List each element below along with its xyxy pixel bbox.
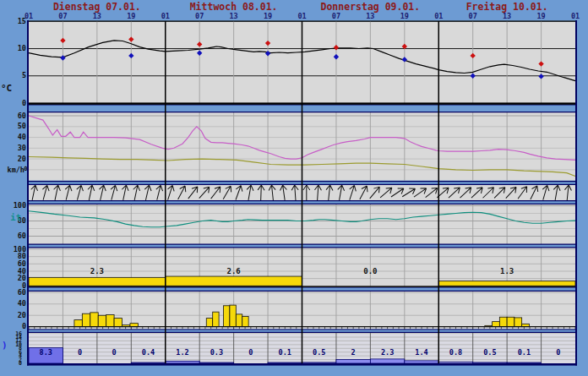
precip-cell-value: 0 xyxy=(248,348,253,357)
plot-right-border xyxy=(575,20,577,366)
precip-cell-fill xyxy=(131,362,165,363)
histogram-bar xyxy=(74,320,82,327)
precip-cell-fill xyxy=(473,362,507,363)
axis-tick-label: 30 xyxy=(18,144,26,152)
day-label: Mittwoch 08.01. xyxy=(190,1,278,13)
histogram-bar xyxy=(507,317,514,326)
axis-tick-label: 5 xyxy=(22,71,26,79)
precip-cell-fill xyxy=(370,359,404,363)
time-tick-label: 19 xyxy=(127,12,135,20)
meteogram-chart: 2.32.60.01.38.3000.41.20.300.10.522.31.4… xyxy=(0,0,588,376)
axis-tick-label: 60 xyxy=(18,288,26,297)
precip-axis-label: ) xyxy=(2,340,8,351)
sunshine-value-label: 2.6 xyxy=(226,267,240,275)
axis-tick-label: 10 xyxy=(18,44,26,52)
axis-tick-label: 60 xyxy=(18,259,26,268)
axis-tick-label: 60 xyxy=(18,112,26,120)
time-tick-label: 13 xyxy=(366,12,374,20)
histogram-bar xyxy=(230,305,236,327)
histogram-bar xyxy=(114,319,122,327)
precip-cell-value: 8.3 xyxy=(40,348,52,357)
plot-bottom-border xyxy=(27,363,577,366)
axis-tick-label: 20 xyxy=(18,311,26,319)
axis-tick-label: 100 xyxy=(14,245,26,253)
day-label: Dienstag 07.01. xyxy=(53,1,141,13)
precip-cell-value: 1.4 xyxy=(415,348,427,357)
axis-tick-label: 40 xyxy=(18,267,26,275)
sunshine-value-label: 0.0 xyxy=(363,267,377,275)
plot-left-border xyxy=(27,20,29,366)
time-tick-label: 07 xyxy=(58,12,67,20)
axis-tick-label: 40 xyxy=(18,133,26,141)
day-label: Donnerstag 09.01. xyxy=(321,1,421,13)
time-tick-label: 01 xyxy=(434,12,443,20)
histogram-bar xyxy=(499,317,507,326)
precip-cell-value: 0.4 xyxy=(142,348,155,357)
precip-cell-fill xyxy=(199,362,233,363)
time-tick-label: 19 xyxy=(400,12,409,20)
axis-tick-label: 80 xyxy=(18,252,26,260)
precip-cell-value: 0 xyxy=(556,348,560,357)
time-tick-label: 13 xyxy=(503,12,511,20)
sunshine-bar xyxy=(29,277,166,286)
time-tick-label: 19 xyxy=(536,12,545,20)
time-tick-label: 13 xyxy=(93,12,101,20)
time-tick-label: 01 xyxy=(297,12,306,20)
precip-cell-value: 0.3 xyxy=(210,348,223,357)
histogram-bar xyxy=(82,313,90,326)
histogram-bar xyxy=(514,318,522,327)
axis-tick-label: 100 xyxy=(14,201,26,210)
precip-cell-fill xyxy=(405,361,438,363)
sunshine-value-label: 1.3 xyxy=(500,267,514,275)
wind-unit-label: km/h xyxy=(8,166,24,174)
precip-cell-value: 1.2 xyxy=(176,348,188,357)
precip-cell-fill xyxy=(438,362,472,363)
precip-cell-fill xyxy=(302,362,336,363)
meteogram-svg: 2.32.60.01.38.3000.41.20.300.10.522.31.4… xyxy=(0,0,588,376)
histogram-bar xyxy=(213,312,219,327)
temperature-unit-label: °C xyxy=(1,83,12,94)
precip-cell-value: 0.1 xyxy=(518,348,531,357)
histogram-bar xyxy=(242,317,248,327)
histogram-bar xyxy=(236,314,242,327)
humidity-axis-label: it xyxy=(10,212,21,222)
precip-cell-value: 0.8 xyxy=(449,348,462,357)
axis-tick-label: 16 xyxy=(15,330,22,337)
axis-tick-label: 50 xyxy=(18,122,26,130)
precip-cell-value: 2 xyxy=(351,348,356,357)
precip-cell-value: 0 xyxy=(112,348,117,357)
histogram-bar xyxy=(206,319,212,327)
precip-cell-fill xyxy=(166,361,199,363)
axis-tick-label: 15 xyxy=(18,17,26,25)
precip-cell-value: 0.5 xyxy=(313,348,325,357)
axis-tick-label: 0 xyxy=(22,322,26,330)
sunshine-bar xyxy=(438,281,575,286)
precip-cell-fill xyxy=(336,360,370,363)
precip-cell-fill xyxy=(507,362,541,363)
axis-tick-label: 60 xyxy=(18,232,26,240)
histogram-bar xyxy=(223,306,229,327)
sunshine-bar xyxy=(166,276,302,286)
precip-cell-value: 2.3 xyxy=(381,348,394,357)
histogram-bar xyxy=(98,315,106,326)
time-tick-label: 07 xyxy=(332,12,340,20)
sunshine-value-label: 2.3 xyxy=(90,267,104,275)
day-label: Freitag 10.01. xyxy=(466,1,548,13)
wind-zero-label: 0 xyxy=(24,166,27,172)
time-tick-label: 01 xyxy=(161,12,170,20)
precip-cell-value: 0 xyxy=(78,348,82,357)
time-tick-label: 19 xyxy=(264,12,272,20)
time-tick-label: 07 xyxy=(469,12,477,20)
histogram-bar xyxy=(90,313,98,327)
histogram-bar xyxy=(130,324,138,327)
time-tick-label: 01 xyxy=(571,12,580,20)
histogram-bar xyxy=(106,315,114,327)
axis-tick-label: 20 xyxy=(18,274,26,282)
axis-tick-label: 0 xyxy=(22,99,26,107)
time-tick-label: 07 xyxy=(195,12,204,20)
time-tick-label: 13 xyxy=(230,12,238,20)
precip-cell-value: 0.1 xyxy=(279,348,291,357)
precip-cell-fill xyxy=(268,362,302,363)
axis-tick-label: 40 xyxy=(18,299,26,308)
precip-cell-value: 0.5 xyxy=(483,348,496,357)
